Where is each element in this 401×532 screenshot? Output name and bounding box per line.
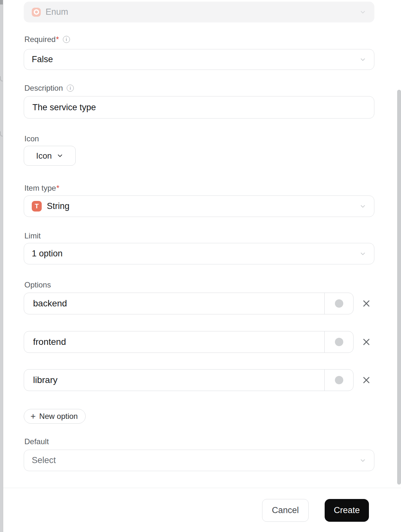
color-dot-icon (335, 376, 343, 384)
description-label: Description (24, 84, 63, 92)
option-color-picker[interactable] (324, 370, 353, 391)
vertical-scrollbar[interactable] (397, 90, 401, 485)
x-icon (362, 376, 371, 385)
icon-picker-button[interactable]: Icon (24, 146, 76, 166)
color-dot-icon (335, 299, 343, 308)
info-icon[interactable]: i (67, 85, 74, 92)
chevron-down-icon (359, 9, 366, 16)
chevron-down-icon (359, 457, 366, 464)
enum-type-icon (32, 8, 41, 17)
item-type-label: Item type (24, 184, 56, 192)
chevron-down-icon (359, 250, 366, 257)
default-label: Default (24, 437, 49, 446)
option-color-picker[interactable] (324, 331, 353, 353)
info-icon[interactable]: i (63, 36, 70, 43)
description-input[interactable] (24, 96, 374, 119)
color-dot-icon (335, 338, 343, 346)
plus-icon: + (30, 412, 36, 421)
x-icon (362, 337, 371, 346)
option-row (24, 369, 354, 391)
new-option-label: New option (39, 412, 78, 421)
required-select[interactable]: False (24, 49, 374, 70)
field-type-value: Enum (46, 7, 359, 17)
required-label-row: Required* i (24, 35, 70, 44)
option-input[interactable] (24, 370, 324, 391)
options-label: Options (24, 281, 51, 289)
limit-label: Limit (24, 232, 41, 240)
required-asterisk: * (56, 35, 59, 44)
cancel-button[interactable]: Cancel (262, 499, 309, 522)
required-label: Required (24, 35, 55, 44)
option-color-picker[interactable] (324, 293, 353, 314)
field-type-select[interactable]: Enum (24, 2, 374, 22)
create-field-dialog: Enum Required* i False Description i Ico… (0, 0, 401, 532)
item-type-label-row: Item type* (24, 184, 59, 192)
default-select[interactable]: Select (24, 450, 374, 471)
chevron-down-icon (359, 203, 366, 210)
icon-label: Icon (24, 135, 39, 143)
default-placeholder: Select (32, 455, 359, 465)
footer-divider (3, 488, 401, 488)
required-value: False (32, 54, 359, 64)
option-row (24, 331, 354, 353)
description-label-row: Description i (24, 84, 74, 92)
remove-option-button[interactable] (362, 299, 371, 308)
create-button[interactable]: Create (325, 499, 369, 522)
x-icon (362, 299, 371, 308)
chevron-down-icon (56, 152, 64, 159)
option-row (24, 293, 354, 314)
option-input[interactable] (24, 293, 324, 314)
item-type-asterisk: * (56, 184, 59, 192)
item-type-select[interactable]: T String (24, 195, 374, 217)
page-edge-corner (0, 0, 3, 4)
default-label-row: Default (24, 437, 49, 446)
remove-option-button[interactable] (362, 376, 371, 385)
icon-picker-label: Icon (36, 151, 52, 161)
new-option-button[interactable]: + New option (24, 409, 86, 424)
limit-select[interactable]: 1 option (24, 243, 374, 264)
limit-value: 1 option (32, 249, 359, 259)
icon-label-row: Icon (24, 135, 39, 143)
options-label-row: Options (24, 281, 51, 289)
chevron-down-icon (359, 56, 366, 63)
string-type-icon: T (32, 201, 42, 212)
option-input[interactable] (24, 331, 324, 353)
limit-label-row: Limit (24, 232, 41, 240)
item-type-value: String (47, 201, 359, 211)
remove-option-button[interactable] (362, 337, 371, 346)
